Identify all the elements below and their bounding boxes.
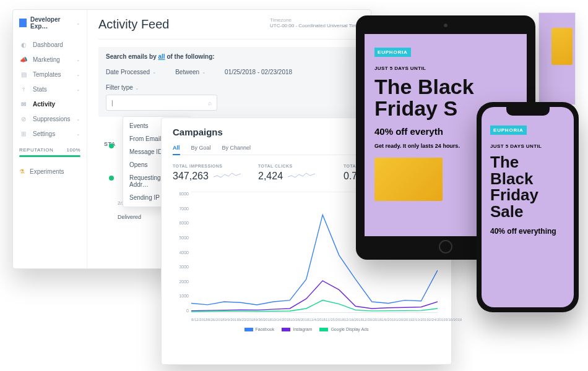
legend-item[interactable]: Facebook [244,327,275,331]
sidebar-item-marketing[interactable]: 📣Marketing⌄ [13,52,87,67]
reputation-value: 100% [67,147,80,153]
timezone-label: Timezone [270,17,360,23]
sidebar-item-activity[interactable]: ✉Activity [13,96,87,111]
phone-screen: EUPHORIA JUST 5 DAYS UNTIL The Black Fri… [482,107,574,307]
phone-notch [506,107,550,116]
sparkline-icon [288,171,315,179]
promo-headline: The Black Friday Sale [490,154,565,220]
stat-label: TOTAL IMPRESSIONS [173,164,241,168]
sparkline-icon [214,171,241,179]
stat-label: TOTAL CLICKS [258,164,326,168]
status-dot-icon [109,143,114,148]
nav-icon: ⫯ [19,85,28,93]
promo-eyebrow: JUST 5 DAYS UNTIL [490,143,565,149]
sidebar-item-suppressions[interactable]: ⊘Suppressions⌄ [13,111,87,126]
promo-badge: EUPHORIA [490,126,527,135]
nav-icon: ✉ [19,100,28,108]
experiments-label: Experiments [30,168,64,175]
chevron-down-icon: ⌄ [76,57,80,62]
legend-swatch-icon [244,328,253,331]
nav-icon: ▤ [19,70,28,78]
status-dots [109,143,114,181]
timezone-display: Timezone UTC-00:00 - Coordinated Univers… [270,17,360,28]
page-title: Activity Feed [98,17,169,32]
status-dot-icon [109,176,114,181]
stat-value: 347,263 [173,171,209,182]
nav-icon: 📣 [19,56,28,63]
brand-name: Developer Exp… [30,16,72,30]
promo-eyebrow: JUST 5 DAYS UNTIL [374,66,517,71]
tab-by-goal[interactable]: By Goal [191,145,211,151]
sidebar: Developer Exp… ⌄ ◐Dashboard📣Marketing⌄▤T… [13,10,87,268]
reputation-bar [19,155,80,157]
chevron-down-icon: ⌄ [76,87,80,92]
sidebar-item-settings[interactable]: ⊞Settings⌄ [13,126,87,141]
tablet-camera-icon [444,23,447,27]
sidebar-item-templates[interactable]: ▤Templates⌄ [13,67,87,82]
promo-badge: EUPHORIA [374,48,411,57]
legend-item[interactable]: Instagram [282,327,312,331]
tab-all[interactable]: All [173,145,180,155]
filter-operator-select[interactable]: Between⌄ [175,69,206,75]
nav-icon: ⊞ [19,130,28,137]
chart-series-instagram [191,281,438,311]
legend-item[interactable]: Google Display Ads [319,327,368,331]
event-status: Delivered [118,214,141,220]
filter-type-label: Filter type ⌄ [106,84,352,91]
brand-logo-icon [19,19,27,27]
phone-device-frame: EUPHORIA JUST 5 DAYS UNTIL The Black Fri… [477,102,579,312]
chevron-down-icon: ⌄ [76,20,80,26]
filter-search-input[interactable]: | ⌕ [106,95,217,111]
search-header: Search emails by all of the following: [106,53,352,60]
timezone-value: UTC-00:00 - Coordinated Universal Time [270,23,360,28]
nav-icon: ⊘ [19,115,28,122]
sidebar-item-dashboard[interactable]: ◐Dashboard [13,37,87,52]
legend-swatch-icon [319,328,328,331]
stat-card: TOTAL IMPRESSIONS347,263 [173,164,241,182]
brand-selector[interactable]: Developer Exp… ⌄ [13,16,87,37]
nav-icon: ◐ [19,41,28,48]
search-filter-card: Search emails by all of the following: D… [98,47,360,117]
reputation-meter: REPUTATION 100% [13,141,87,163]
chevron-down-icon: ⌄ [202,69,206,75]
search-mode-toggle[interactable]: all [158,53,165,60]
chevron-down-icon: ⌄ [152,69,157,75]
chevron-down-icon: ⌄ [76,131,80,137]
search-icon: ⌕ [208,100,212,106]
sidebar-item-experiments[interactable]: ⚗ Experiments [13,163,87,180]
legend-swatch-icon [282,328,290,331]
chevron-down-icon: ⌄ [76,72,80,77]
promo-image-placeholder [374,158,443,201]
tablet-home-button[interactable] [439,240,452,254]
reputation-label: REPUTATION [19,147,53,153]
sidebar-item-stats[interactable]: ⫯Stats⌄ [13,82,87,96]
filter-date-range[interactable]: 01/25/2018 - 02/23/2018 [225,69,292,75]
beaker-icon: ⚗ [19,168,25,175]
chevron-down-icon: ⌄ [76,116,80,122]
promo-subhead: 40% off everything [490,227,565,236]
stat-card: TOTAL CLICKS2,424 [258,164,326,182]
tab-by-channel[interactable]: By Channel [222,145,251,151]
filter-field-select[interactable]: Date Processed⌄ [106,69,157,75]
background-preview-card [538,12,576,105]
stat-value: 2,424 [258,171,283,182]
